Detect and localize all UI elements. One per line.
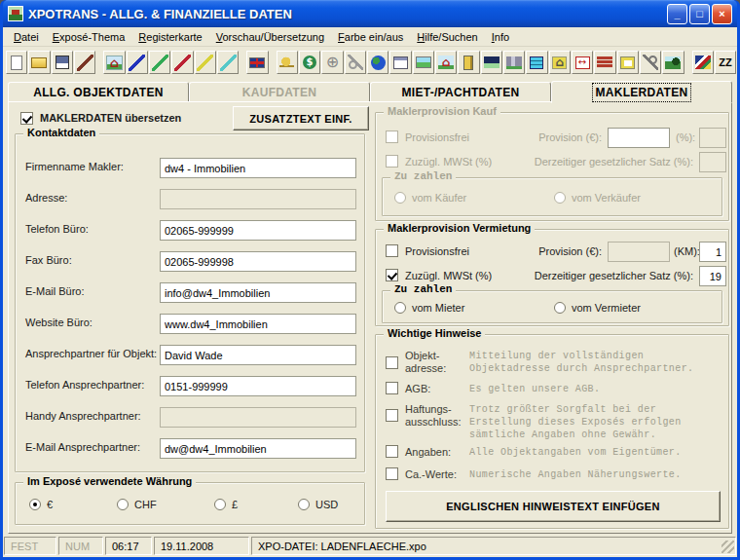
toolbar-pen-cyan-button[interactable] [217, 51, 239, 74]
hinweis-angaben-label: Angaben: [405, 446, 465, 459]
toolbar-pen-red-button[interactable] [171, 51, 193, 74]
zusatztext-einfuegen-button[interactable]: ZUSATZTEXT EINF. [233, 106, 369, 131]
tab-maklerdaten[interactable]: MAKLERDATEN [551, 81, 732, 103]
menu-farbe-ein-aus[interactable]: Farbe ein/aus [331, 29, 410, 45]
ansprechpartner-label: Ansprechpartner für Objekt: [25, 348, 157, 359]
waehrung-gbp-radio[interactable] [214, 499, 226, 510]
hinweis-ca-werte-checkbox[interactable] [386, 467, 398, 480]
toolbar-color-scheme-button[interactable] [692, 51, 714, 74]
tab-miet-pachtdaten[interactable]: MIET-/PACHTDATEN [370, 82, 551, 102]
status-time: 06:17 [105, 537, 152, 555]
pen-red-icon [174, 55, 191, 71]
toolbar-pen-green-button[interactable] [149, 51, 170, 74]
hinweis-agb-checkbox[interactable] [386, 382, 398, 394]
toolbar-form-window-button[interactable] [389, 51, 411, 74]
maximize-button[interactable]: □ [689, 4, 710, 24]
toolbar-pen-blue-button[interactable] [127, 51, 148, 74]
hinweis-objektadresse-text: Mitteilung der vollständigen Objektadres… [469, 350, 713, 375]
toolbar-building-floors-button[interactable] [526, 51, 547, 74]
resize-grip[interactable] [722, 541, 734, 553]
vermietung-vom-vermieter-radio[interactable] [554, 302, 566, 314]
building-floors-icon [530, 56, 543, 69]
telefon-ansprechpartner-input[interactable] [160, 376, 356, 396]
waehrung-eur-radio[interactable] [29, 499, 41, 510]
close-button[interactable]: × [712, 4, 732, 24]
toolbar-sleep-zz-button[interactable]: ZZ [715, 51, 736, 74]
toolbar-uk-flag-button[interactable] [246, 51, 268, 74]
toolbar-door-button[interactable] [458, 51, 479, 74]
hinweis-ca-werte-label: Ca.-Werte: [405, 468, 465, 481]
vermietung-satz-input[interactable] [699, 266, 726, 286]
ansprechpartner-input[interactable] [160, 345, 356, 365]
door-icon [463, 56, 473, 70]
toolbar-new-document-button[interactable] [6, 51, 27, 74]
toolbar-wireframe-globe-button[interactable]: ⊕ [321, 51, 343, 74]
menu-registerkarte[interactable]: Registerkarte [131, 29, 208, 45]
menu-info[interactable]: Info [485, 29, 516, 45]
toolbar-measurement-button[interactable]: ↔ [572, 51, 593, 74]
toolbar-house-yellow-button[interactable]: ⌂ [549, 51, 571, 74]
kauf-provisionsfrei-checkbox [386, 131, 398, 143]
window-title: XPOTRANS - ALLG. & FINANZIELLE DATEN [28, 7, 665, 21]
hinweis-objektadresse-label: Objekt- adresse: [405, 350, 465, 375]
englischen-hinweistext-button[interactable]: ENGLISCHEN HINWEISTEXT EINFÜGEN [386, 491, 721, 522]
menu-vorschau-uebersetzung[interactable]: Vorschau/Übersetzung [209, 29, 331, 45]
menu-datei[interactable]: Datei [7, 29, 46, 45]
tab-allg-objektdaten[interactable]: ALLG. OBJEKTDATEN [8, 82, 189, 102]
toolbar-pen-brown-button[interactable] [74, 51, 95, 74]
wrench-icon [643, 55, 658, 70]
menu-bar: Datei Exposé-Thema Registerkarte Vorscha… [3, 27, 737, 47]
pen-blue-icon [129, 55, 145, 71]
vermietung-provisionsfrei-checkbox[interactable] [386, 244, 398, 257]
waehrung-usd-radio[interactable] [298, 499, 310, 510]
toolbar-earth-globe-button[interactable] [367, 51, 388, 74]
toolbar-city-buildings-button[interactable] [503, 51, 525, 74]
key-icon [348, 55, 363, 70]
toolbar-picture-frame-button[interactable] [617, 51, 639, 74]
email-buero-input[interactable] [160, 282, 356, 303]
maklerdaten-uebersetzen-checkbox[interactable] [20, 112, 33, 125]
hinweis-angaben-checkbox[interactable] [386, 445, 398, 458]
hinweis-objektadresse-checkbox[interactable] [386, 356, 398, 369]
provision-kauf-group: Maklerprovision Kauf Provisionsfrei Prov… [375, 112, 729, 221]
toolbar-save-button[interactable] [52, 51, 73, 74]
tab-label: ALLG. OBJEKTDATEN [33, 86, 164, 99]
hinweis-haftungsausschluss-checkbox[interactable] [386, 409, 398, 422]
toolbar-bed-button[interactable] [481, 51, 502, 74]
toolbar-expose-house-button[interactable]: ⌂ [103, 51, 125, 74]
form-window-icon [393, 56, 408, 69]
kauf-vom-verkaeufer-label: vom Verkäufer [572, 192, 641, 204]
menu-expose-thema[interactable]: Exposé-Thema [46, 29, 132, 45]
vermietung-vom-mieter-label: vom Mieter [412, 302, 464, 314]
toolbar-house-red-roof-button[interactable]: ⌂ [435, 51, 457, 74]
toolbar-money-bag-button[interactable]: $ [299, 51, 320, 74]
toolbar-garden-button[interactable] [662, 51, 684, 74]
toolbar-open-folder-button[interactable] [28, 51, 50, 74]
toolbar-key-button[interactable] [345, 51, 366, 74]
toolbar-landscape-photo-button[interactable] [413, 51, 434, 74]
vermietung-vom-mieter-radio[interactable] [394, 302, 406, 314]
vermietung-km-input[interactable] [699, 242, 726, 262]
website-buero-input[interactable] [160, 314, 356, 334]
toolbar-pen-yellow-button[interactable] [195, 51, 216, 74]
maklerdaten-uebersetzen-label: MAKLERDATEN übersetzen [40, 112, 181, 124]
color-scheme-icon [695, 56, 711, 69]
hinweis-haftungsausschluss-label: Haftungs- ausschluss: [405, 403, 465, 429]
minimize-button[interactable]: _ [667, 4, 687, 24]
picture-frame-icon [620, 56, 635, 69]
waehrung-gbp-label: £ [232, 499, 238, 510]
vermietung-mwst-checkbox[interactable] [386, 269, 398, 281]
lamp-icon [279, 56, 294, 69]
toolbar-brick-wall-button[interactable] [594, 51, 615, 74]
firmenname-input[interactable] [160, 158, 356, 178]
earth-globe-icon [371, 56, 386, 70]
menu-hilfe-suchen[interactable]: Hilfe/Suchen [410, 29, 484, 45]
email-ansprechpartner-input[interactable] [160, 438, 356, 459]
toolbar-wrench-button[interactable] [640, 51, 661, 74]
pen-cyan-icon [220, 55, 237, 71]
fax-buero-input[interactable] [160, 251, 356, 272]
waehrung-chf-radio[interactable] [117, 499, 129, 510]
telefon-buero-input[interactable] [160, 220, 356, 241]
toolbar-lamp-button[interactable] [277, 51, 298, 74]
open-folder-icon [31, 57, 47, 68]
